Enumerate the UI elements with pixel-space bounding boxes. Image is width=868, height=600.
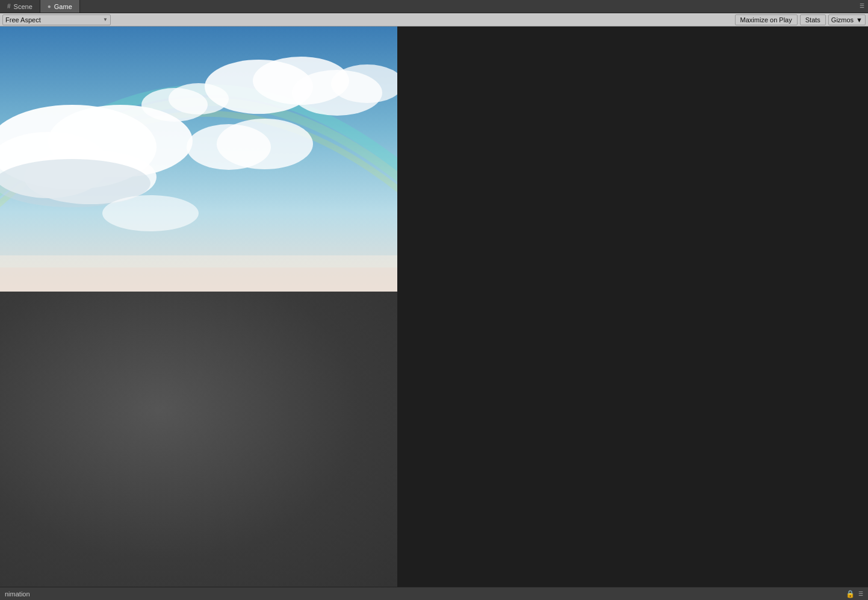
toolbar-right: Maximize on Play Stats Gizmos ▼: [735, 14, 866, 25]
aspect-dropdown[interactable]: Free Aspect ▼: [2, 14, 111, 25]
maximize-on-play-button[interactable]: Maximize on Play: [735, 14, 798, 25]
scene-panel: [0, 27, 397, 587]
lower-panel: [0, 292, 397, 587]
tab-game[interactable]: ● Game: [40, 0, 80, 13]
aspect-dropdown-arrow: ▼: [103, 17, 108, 22]
tab-scene[interactable]: # Scene: [0, 0, 40, 13]
sky-area: [0, 27, 397, 292]
svg-point-13: [169, 83, 229, 114]
game-tab-icon: ●: [48, 3, 51, 10]
svg-rect-16: [0, 267, 397, 292]
tab-menu-button[interactable]: ☰: [857, 1, 867, 11]
editor-container: # Scene ● Game ☰ Free Aspect ▼ Maximize …: [0, 0, 868, 600]
svg-point-14: [102, 195, 199, 231]
main-area: [0, 27, 868, 587]
status-bar: nimation 🔒 ☰: [0, 587, 868, 600]
aspect-label: Free Aspect: [5, 16, 41, 23]
status-label: nimation: [5, 590, 30, 598]
sky-scene-svg: [0, 27, 397, 292]
status-menu-button[interactable]: ☰: [858, 591, 863, 597]
stats-button[interactable]: Stats: [800, 14, 826, 25]
tab-bar: # Scene ● Game ☰: [0, 0, 868, 13]
scene-tab-label: Scene: [14, 3, 33, 10]
gizmos-dropdown[interactable]: Gizmos ▼: [828, 14, 866, 25]
lock-icon: 🔒: [846, 590, 855, 598]
gizmos-dropdown-arrow: ▼: [856, 16, 863, 23]
scene-tab-icon: #: [7, 3, 11, 10]
right-panel: [397, 27, 868, 587]
game-tab-label: Game: [54, 3, 72, 10]
svg-point-11: [217, 119, 313, 169]
gizmos-label: Gizmos: [831, 16, 854, 23]
toolbar: Free Aspect ▼ Maximize on Play Stats Giz…: [0, 13, 868, 27]
status-right: 🔒 ☰: [846, 590, 863, 598]
